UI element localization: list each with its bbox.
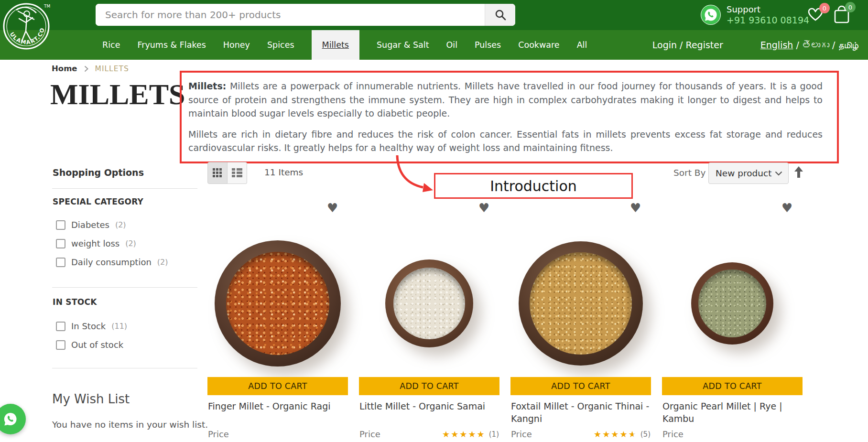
view-mode-toggle bbox=[207, 162, 247, 184]
price-label: Price bbox=[511, 429, 532, 439]
wishlist-heart-icon[interactable]: ♥ bbox=[630, 202, 641, 214]
language-separator: / bbox=[832, 40, 835, 50]
product-image-finger-millet[interactable] bbox=[215, 240, 341, 367]
archer-logo-icon: TM ULAMART.COM bbox=[2, 1, 52, 51]
filter-label: In Stock bbox=[71, 321, 106, 331]
search-input[interactable] bbox=[96, 4, 485, 26]
search-button[interactable] bbox=[485, 4, 515, 26]
nav-item-oil[interactable]: Oil bbox=[446, 30, 458, 60]
description-text-2: Millets are rich in dietary fibre and re… bbox=[188, 129, 823, 153]
grid-view-icon bbox=[213, 168, 222, 178]
language-tamil-link[interactable]: தமிழ் bbox=[838, 40, 858, 50]
checkbox[interactable] bbox=[56, 340, 65, 350]
checkbox[interactable] bbox=[56, 258, 65, 267]
support-phone-number[interactable]: +91 93610 08194 bbox=[727, 14, 809, 26]
svg-text:TM: TM bbox=[43, 4, 50, 9]
filter-option-weight-loss[interactable]: weight loss (2) bbox=[56, 238, 136, 248]
price-row: Price bbox=[662, 429, 802, 439]
support-label: Support bbox=[727, 5, 809, 14]
nav-item-rice[interactable]: Rice bbox=[102, 30, 120, 60]
filter-label: Diabetes bbox=[71, 220, 109, 230]
filter-label: weight loss bbox=[71, 238, 119, 248]
introduction-annotation-label: Introduction bbox=[434, 173, 633, 199]
nav-item-spices[interactable]: Spices bbox=[267, 30, 294, 60]
nav-item-millets[interactable]: Millets bbox=[312, 30, 359, 60]
page-title: MILLETS bbox=[50, 77, 185, 111]
nav-item-cookware[interactable]: Cookware bbox=[518, 30, 559, 60]
login-register-link[interactable]: Login / Register bbox=[652, 40, 723, 50]
filter-option-diabetes[interactable]: Diabetes (2) bbox=[56, 220, 126, 230]
nav-item-all[interactable]: All bbox=[577, 30, 587, 60]
add-to-cart-button[interactable]: ADD TO CART bbox=[359, 377, 499, 395]
star-icons: ★★★★★ bbox=[442, 430, 486, 439]
add-to-cart-button[interactable]: ADD TO CART bbox=[510, 377, 651, 395]
product-image-foxtail-millet[interactable] bbox=[519, 241, 643, 366]
nav-item-fryums-flakes[interactable]: Fryums & Flakes bbox=[137, 30, 206, 60]
filter-option-daily-consumption[interactable]: Daily consumption (2) bbox=[56, 257, 168, 267]
millet-grains bbox=[226, 252, 329, 355]
product-card-finger-millet: ♥ ADD TO CART Finger Millet - Organic Ra… bbox=[207, 201, 348, 442]
language-switcher: English / తెలుగు / தமிழ் bbox=[760, 40, 858, 51]
checkbox[interactable] bbox=[56, 322, 65, 331]
my-wish-list-title: My Wish List bbox=[52, 392, 130, 406]
support-text: Support +91 93610 08194 bbox=[727, 5, 809, 26]
breadcrumb-home-link[interactable]: Home bbox=[52, 64, 77, 73]
sort-by-label: Sort By bbox=[673, 168, 705, 178]
nav-item-honey[interactable]: Honey bbox=[223, 30, 250, 60]
grid-view-button[interactable] bbox=[207, 162, 228, 184]
wishlist-heart-icon[interactable]: ♥ bbox=[327, 202, 338, 214]
review-count[interactable]: (5) bbox=[640, 430, 651, 439]
filter-count: (2) bbox=[115, 220, 126, 229]
filter-section-in-stock: IN STOCK bbox=[53, 297, 97, 307]
filter-option-out-of-stock[interactable]: Out of stock bbox=[56, 340, 123, 350]
product-title[interactable]: Foxtail Millet - Organic Thinai - Kangni bbox=[511, 400, 651, 425]
nav-items: Rice Fryums & Flakes Honey Spices Millet… bbox=[0, 30, 587, 60]
review-count[interactable]: (1) bbox=[489, 430, 499, 439]
support-block: Support +91 93610 08194 bbox=[701, 5, 809, 26]
checkbox[interactable] bbox=[56, 220, 65, 230]
chevron-right-icon bbox=[84, 65, 88, 72]
breadcrumb: Home MILLETS bbox=[52, 64, 129, 73]
price-row: Price ★★★★★(1) bbox=[359, 429, 499, 439]
millet-grains bbox=[698, 270, 766, 337]
language-telugu-link[interactable]: తెలుగు bbox=[802, 40, 829, 50]
description-paragraph-1: Millets: Millets are a powerpack of innu… bbox=[188, 79, 823, 120]
product-title[interactable]: Organic Pearl Millet | Rye | Kambu bbox=[662, 400, 802, 425]
whatsapp-chat-button[interactable] bbox=[0, 404, 26, 434]
ulamart-logo[interactable]: TM ULAMART.COM bbox=[2, 1, 52, 51]
sort-direction-button[interactable] bbox=[793, 166, 804, 180]
whatsapp-icon bbox=[1, 410, 20, 428]
sidebar-divider bbox=[52, 368, 197, 368]
product-image-pearl-millet[interactable] bbox=[691, 262, 773, 345]
magnifier-icon bbox=[495, 9, 506, 21]
wish-list-empty-text: You have no items in your wish list. bbox=[52, 420, 208, 430]
shopping-options-title: Shopping Options bbox=[53, 167, 144, 178]
checkbox[interactable] bbox=[56, 239, 65, 248]
product-title[interactable]: Little Millet - Organic Samai bbox=[359, 400, 499, 413]
nav-item-pulses[interactable]: Pulses bbox=[475, 30, 501, 60]
add-to-cart-button[interactable]: ADD TO CART bbox=[207, 377, 348, 395]
product-image-little-millet[interactable] bbox=[385, 259, 473, 347]
star-icons: ★★★★★ bbox=[594, 430, 637, 439]
filter-option-in-stock[interactable]: In Stock (11) bbox=[56, 321, 127, 331]
language-english-link[interactable]: English bbox=[760, 40, 793, 50]
product-title[interactable]: Finger Millet - Organic Ragi bbox=[208, 400, 347, 413]
filter-count: (2) bbox=[157, 258, 168, 267]
nav-item-sugar-salt[interactable]: Sugar & Salt bbox=[377, 30, 429, 60]
list-view-button[interactable] bbox=[228, 162, 247, 184]
wishlist-heart-icon[interactable]: ♥ bbox=[781, 202, 792, 214]
millets-category-page: Rice Fryums & Flakes Honey Spices Millet… bbox=[0, 0, 868, 442]
items-count: 11 Items bbox=[264, 167, 303, 177]
filter-count: (2) bbox=[125, 239, 136, 248]
product-card-pearl-millet: ♥ ADD TO CART Organic Pearl Millet | Rye… bbox=[662, 201, 803, 442]
description-text-1: Millets are a powerpack of innumerable n… bbox=[188, 81, 823, 119]
nav-right-group: Login / Register English / తెలుగు / தமிழ… bbox=[652, 30, 868, 60]
price-label: Price bbox=[208, 429, 229, 439]
support-whatsapp-icon-wrap bbox=[701, 5, 721, 25]
millet-grains bbox=[393, 268, 466, 340]
add-to-cart-button[interactable]: ADD TO CART bbox=[662, 377, 803, 395]
sort-dropdown[interactable]: New product bbox=[708, 162, 789, 184]
price-label: Price bbox=[359, 429, 380, 439]
wishlist-heart-icon[interactable]: ♥ bbox=[478, 202, 489, 214]
cart-count-badge: 0 bbox=[845, 2, 856, 12]
